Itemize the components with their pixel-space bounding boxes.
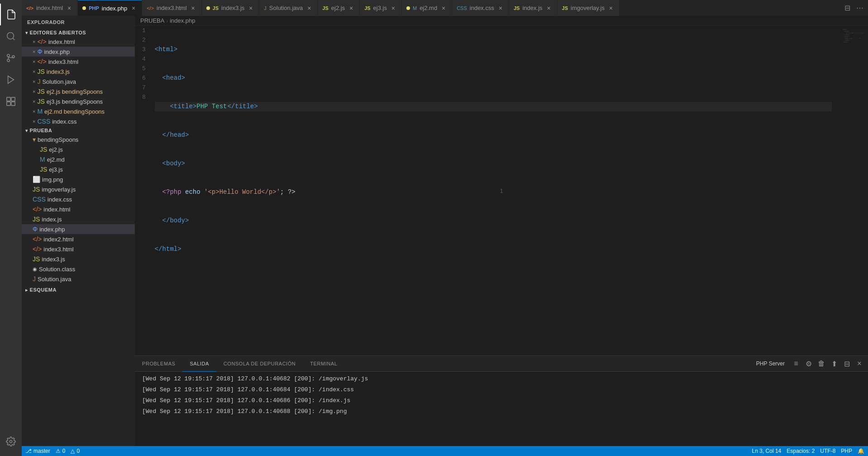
- tab-index-php[interactable]: PHP index.php ×: [78, 0, 142, 16]
- spaces-status[interactable]: Espacios: 2: [787, 448, 815, 454]
- tab-close-solution-java[interactable]: ×: [305, 5, 313, 12]
- open-file-solution-java[interactable]: × J Solution.java: [22, 77, 135, 86]
- file-solution-java-prueba[interactable]: J Solution.java: [22, 274, 135, 284]
- close-icon-4[interactable]: ×: [33, 69, 35, 74]
- panel-config-button[interactable]: ⚙: [804, 359, 814, 369]
- file-index-php-prueba[interactable]: Φ index.php: [22, 224, 135, 234]
- close-icon-5[interactable]: ×: [33, 79, 35, 84]
- tab-close-ej2-js[interactable]: ×: [348, 5, 355, 12]
- open-file-index3-html[interactable]: × </> index3.html: [22, 57, 135, 67]
- language-status[interactable]: PHP: [841, 448, 852, 454]
- warning-count: 0: [76, 448, 80, 454]
- files-activity-icon[interactable]: [0, 4, 22, 25]
- tab-ej2-js[interactable]: JS ej2.js ×: [318, 0, 360, 16]
- schema-header[interactable]: ▸ ESQUEMA: [22, 286, 135, 294]
- close-icon-8[interactable]: ×: [33, 109, 35, 114]
- notifications-status[interactable]: 🔔: [858, 448, 864, 454]
- tab-close-index-js[interactable]: ×: [545, 5, 553, 12]
- code-span-4: </head>: [155, 130, 189, 140]
- file-index-js-prueba[interactable]: JS index.js: [22, 214, 135, 224]
- tab-index-css[interactable]: CSS index.css ×: [452, 0, 509, 16]
- file-ej3-js-prueba[interactable]: JS ej3.js: [22, 164, 135, 174]
- panel-clear-button[interactable]: 🗑: [816, 359, 826, 369]
- tab-index-html[interactable]: </> index.html ×: [22, 0, 78, 16]
- file-index2-html-prueba[interactable]: </> index2.html: [22, 234, 135, 244]
- tab-index3-js[interactable]: JS index3.js ×: [202, 0, 260, 16]
- settings-activity-icon[interactable]: [0, 431, 22, 452]
- panel-right-actions: PHP Server ≡ ⚙ 🗑 ⬆ ⊟ ×: [756, 359, 868, 369]
- encoding-status[interactable]: UTF-8: [820, 448, 835, 454]
- tab-index3-html[interactable]: </> index3.html ×: [142, 0, 201, 16]
- close-icon-7[interactable]: ×: [33, 99, 35, 104]
- tab-close-index-php[interactable]: ×: [130, 5, 137, 12]
- open-editors-chevron: ▾: [25, 30, 28, 35]
- panel-tab-problems[interactable]: PROBLEMAS: [135, 356, 182, 372]
- panel-expand-button[interactable]: ⬆: [829, 359, 839, 369]
- open-file-ej2-js[interactable]: × JS ej2.js bendingSpoons: [22, 86, 135, 96]
- warnings-status[interactable]: △ 0: [71, 448, 80, 454]
- open-file-label-ej3-js: ej3.js bendingSpoons: [47, 98, 103, 105]
- close-icon-6[interactable]: ×: [33, 89, 35, 94]
- close-icon-3[interactable]: ×: [33, 59, 35, 64]
- close-icon-2[interactable]: ×: [33, 49, 35, 54]
- svg-rect-6: [7, 97, 10, 101]
- panel-resize-button[interactable]: ⊟: [842, 359, 852, 369]
- file-imgoverlay-js[interactable]: JS imgoverlay.js: [22, 184, 135, 194]
- panel-tab-terminal[interactable]: TERMINAL: [303, 356, 344, 372]
- file-index-html-prueba[interactable]: </> index.html: [22, 204, 135, 214]
- panel-tab-output[interactable]: SALIDA: [182, 356, 216, 372]
- tab-close-index-css[interactable]: ×: [497, 5, 504, 12]
- language-label: PHP: [841, 448, 852, 454]
- tab-index-js[interactable]: JS index.js ×: [509, 0, 558, 16]
- file-img-png[interactable]: ⬜ img.png: [22, 174, 135, 184]
- file-ej2-js-prueba[interactable]: JS ej2.js: [22, 144, 135, 154]
- tab-icon-indexcss: CSS: [457, 5, 467, 11]
- open-editors-header[interactable]: ▾ EDITORES ABIERTOS: [22, 29, 135, 37]
- html-icon-index2: </>: [33, 235, 42, 243]
- panel-filter-button[interactable]: ≡: [791, 359, 801, 369]
- open-file-ej3-js[interactable]: × JS ej3.js bendingSpoons: [22, 96, 135, 106]
- debug-activity-icon[interactable]: [0, 69, 22, 91]
- git-branch-status[interactable]: ⎇ master: [25, 448, 50, 454]
- tab-ej3-js[interactable]: JS ej3.js ×: [360, 0, 402, 16]
- tab-imgoverlay-js[interactable]: JS imgoverlay.js ×: [558, 0, 620, 16]
- file-solution-class[interactable]: ◉ Solution.class: [22, 264, 135, 274]
- file-index3-html-prueba[interactable]: </> index3.html: [22, 244, 135, 254]
- tab-close-index3-html[interactable]: ×: [190, 5, 197, 12]
- tab-close-ej3-js[interactable]: ×: [390, 5, 397, 12]
- errors-status[interactable]: ⚠ 0: [56, 448, 66, 454]
- tab-close-ej2-md[interactable]: ×: [440, 5, 447, 12]
- tab-solution-java[interactable]: J Solution.java ×: [259, 0, 318, 16]
- tab-close-index3-js[interactable]: ×: [247, 5, 254, 12]
- tab-label-solution-java: Solution.java: [269, 5, 303, 11]
- breadcrumb-file[interactable]: index.php: [170, 17, 195, 24]
- file-index-css-prueba[interactable]: CSS index.css: [22, 194, 135, 204]
- file-index3-js-prueba[interactable]: JS index3.js: [22, 254, 135, 264]
- breadcrumb: PRUEBA › index.php: [135, 16, 868, 26]
- open-file-index3-js[interactable]: × JS index3.js: [22, 67, 135, 77]
- search-activity-icon[interactable]: [0, 25, 22, 47]
- tab-ej2-md[interactable]: M ej2.md ×: [402, 0, 452, 16]
- open-file-ej2-md[interactable]: × M ej2.md bendingSpoons: [22, 106, 135, 116]
- folder-bendingSpoons[interactable]: ▾ bendingSpoons: [22, 134, 135, 144]
- close-icon-1[interactable]: ×: [33, 39, 35, 44]
- close-icon-9[interactable]: ×: [33, 119, 35, 124]
- more-actions-button[interactable]: ⋯: [854, 3, 865, 14]
- tab-close-index-html[interactable]: ×: [66, 5, 73, 12]
- code-content[interactable]: <html> <head> <title>PHP Test</title> </…: [153, 26, 832, 355]
- open-file-index-html[interactable]: × </> index.html: [22, 37, 135, 47]
- file-ej2-md-prueba[interactable]: M ej2.md: [22, 154, 135, 164]
- notifications-icon: 🔔: [858, 448, 864, 454]
- extensions-activity-icon[interactable]: [0, 91, 22, 112]
- panel-close-button[interactable]: ×: [854, 359, 864, 369]
- open-file-index-css[interactable]: × CSS index.css: [22, 116, 135, 126]
- open-file-index-php[interactable]: × Φ index.php: [22, 47, 135, 57]
- split-editor-button[interactable]: ⊟: [842, 3, 853, 14]
- tab-close-imgoverlay-js[interactable]: ×: [607, 5, 615, 12]
- css-file-icon-1: CSS: [37, 118, 50, 125]
- cursor-position-status[interactable]: Ln 3, Col 14: [752, 448, 782, 454]
- panel-tab-debug[interactable]: CONSOLA DE DEPURACIÓN: [216, 356, 303, 372]
- git-activity-icon[interactable]: [0, 47, 22, 69]
- prueba-header[interactable]: ▾ PRUEBA: [22, 126, 135, 134]
- breadcrumb-prueba[interactable]: PRUEBA: [140, 17, 164, 24]
